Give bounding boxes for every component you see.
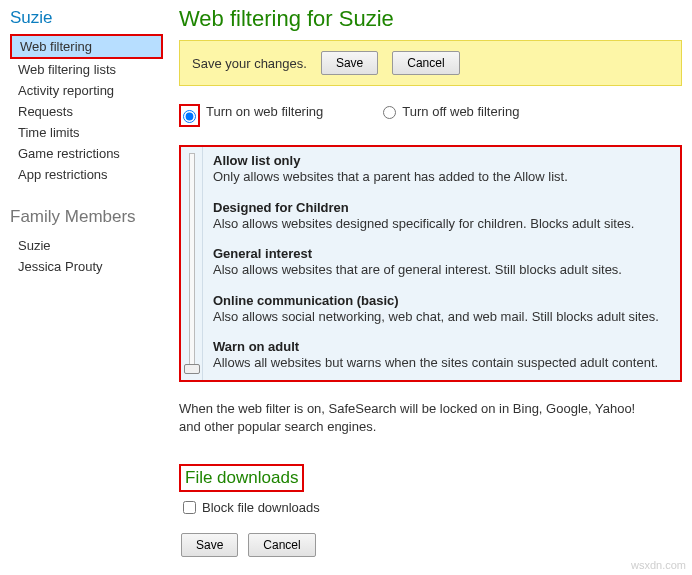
level-desc: Only allows websites that a parent has a…: [213, 168, 670, 186]
block-downloads-row[interactable]: Block file downloads: [179, 500, 682, 515]
banner-cancel-button[interactable]: Cancel: [392, 51, 459, 75]
radio-turn-on-label: Turn on web filtering: [206, 104, 323, 121]
sidebar-family-suzie[interactable]: Suzie: [10, 235, 165, 256]
sidebar: Suzie Web filtering Web filtering lists …: [0, 0, 165, 575]
file-downloads-heading: File downloads: [181, 466, 302, 490]
filtering-levels-box: Allow list only Only allows websites tha…: [179, 145, 682, 382]
sidebar-item-time-limits[interactable]: Time limits: [10, 122, 165, 143]
sidebar-item-app-restrictions[interactable]: App restrictions: [10, 164, 165, 185]
block-downloads-label: Block file downloads: [202, 500, 320, 515]
sidebar-family-jessica[interactable]: Jessica Prouty: [10, 256, 165, 277]
watermark: wsxdn.com: [631, 559, 686, 571]
sidebar-item-activity-reporting[interactable]: Activity reporting: [10, 80, 165, 101]
level-title: Designed for Children: [213, 200, 670, 215]
level-title: General interest: [213, 246, 670, 261]
level-online-communication[interactable]: Online communication (basic) Also allows…: [203, 287, 680, 334]
level-designed-for-children[interactable]: Designed for Children Also allows websit…: [203, 194, 680, 241]
sidebar-user-title: Suzie: [10, 8, 165, 28]
filtering-levels-list: Allow list only Only allows websites tha…: [203, 147, 680, 380]
level-warn-on-adult[interactable]: Warn on adult Allows all websites but wa…: [203, 333, 680, 380]
filtering-toggle-row: Turn on web filtering Turn off web filte…: [179, 104, 682, 127]
save-banner-text: Save your changes.: [192, 56, 307, 71]
banner-save-button[interactable]: Save: [321, 51, 378, 75]
sidebar-item-game-restrictions[interactable]: Game restrictions: [10, 143, 165, 164]
filtering-level-slider[interactable]: [181, 147, 203, 380]
block-downloads-checkbox[interactable]: [183, 501, 196, 514]
highlight-box-radio: [179, 104, 200, 127]
level-desc: Also allows websites that are of general…: [213, 261, 670, 279]
level-desc: Also allows social networking, web chat,…: [213, 308, 670, 326]
safesearch-note: When the web filter is on, SafeSearch wi…: [179, 400, 659, 436]
level-desc: Also allows websites designed specifical…: [213, 215, 670, 233]
main-content: Web filtering for Suzie Save your change…: [165, 0, 692, 575]
sidebar-item-requests[interactable]: Requests: [10, 101, 165, 122]
slider-thumb[interactable]: [184, 364, 200, 374]
level-desc: Allows all websites but warns when the s…: [213, 354, 670, 372]
level-title: Allow list only: [213, 153, 670, 168]
slider-track: [189, 153, 195, 374]
level-title: Online communication (basic): [213, 293, 670, 308]
radio-turn-off[interactable]: Turn off web filtering: [383, 104, 519, 121]
bottom-button-row: Save Cancel: [179, 533, 682, 557]
radio-turn-on[interactable]: Turn on web filtering: [179, 104, 323, 127]
sidebar-item-web-filtering[interactable]: Web filtering: [12, 36, 161, 57]
level-general-interest[interactable]: General interest Also allows websites th…: [203, 240, 680, 287]
radio-turn-on-input[interactable]: [183, 110, 196, 123]
highlight-box-heading: File downloads: [179, 464, 304, 492]
page-title: Web filtering for Suzie: [179, 6, 682, 32]
highlight-box-sidebar: Web filtering: [10, 34, 163, 59]
radio-turn-off-label: Turn off web filtering: [402, 104, 519, 121]
save-changes-banner: Save your changes. Save Cancel: [179, 40, 682, 86]
level-title: Warn on adult: [213, 339, 670, 354]
sidebar-family-heading: Family Members: [10, 207, 165, 227]
radio-turn-off-input[interactable]: [383, 106, 396, 119]
sidebar-item-web-filtering-lists[interactable]: Web filtering lists: [10, 59, 165, 80]
bottom-save-button[interactable]: Save: [181, 533, 238, 557]
level-allow-list-only[interactable]: Allow list only Only allows websites tha…: [203, 147, 680, 194]
bottom-cancel-button[interactable]: Cancel: [248, 533, 315, 557]
